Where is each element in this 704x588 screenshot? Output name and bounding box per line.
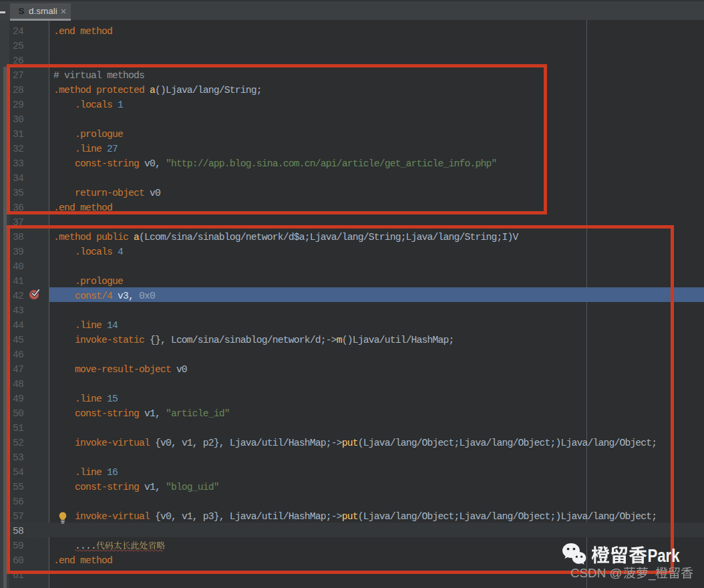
svg-text:CSDN @: CSDN @ — [570, 566, 623, 580]
svg-text:_: _ — [648, 566, 656, 581]
svg-text:Park: Park — [648, 545, 681, 566]
